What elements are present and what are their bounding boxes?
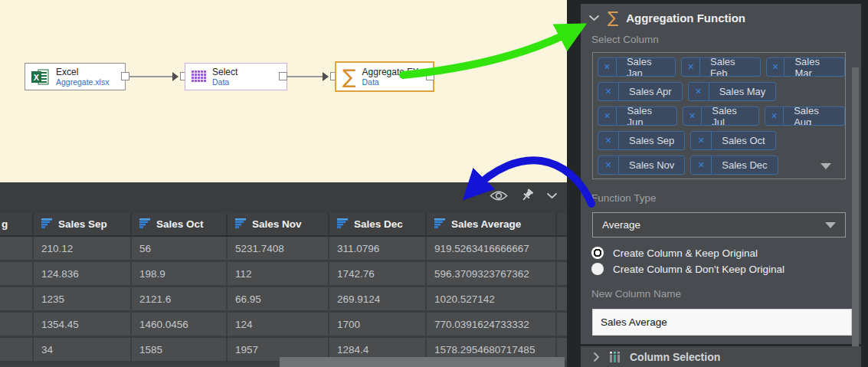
column-chip[interactable]: ✕Sales Jan — [598, 57, 676, 77]
cell-partial — [0, 287, 34, 310]
grid-body: 210.12565231.7408311.0796919.52634166666… — [0, 237, 567, 363]
column-header-label: Sales Average — [451, 218, 521, 230]
column-chip[interactable]: ✕Sales Jul — [683, 106, 759, 126]
remove-column-icon[interactable]: ✕ — [689, 83, 709, 100]
column-chip[interactable]: ✕Sales May — [688, 82, 777, 101]
table-cell: 66.95 — [228, 287, 329, 310]
pin-icon[interactable] — [520, 188, 534, 202]
radio-unselected-icon[interactable] — [591, 263, 604, 275]
row-filler — [557, 262, 567, 285]
row-filler — [557, 287, 567, 310]
table-cell: 1354.45 — [34, 313, 132, 336]
node-title: Aggregate FX — [362, 67, 419, 77]
column-header[interactable]: Sales Oct — [132, 213, 228, 235]
panel-title: Aggregation Function — [626, 11, 745, 25]
output-port[interactable] — [279, 72, 287, 80]
output-port[interactable] — [121, 72, 129, 80]
node-title: Select — [212, 67, 237, 77]
column-header-label: Sales Dec — [354, 218, 403, 230]
cell-partial — [0, 262, 34, 285]
connector-wire — [287, 76, 323, 77]
radio-option[interactable]: Create Column & Don't Keep Original — [591, 263, 784, 275]
workflow-canvas[interactable]: X Excel Aggregate.xlsx — [0, 0, 567, 182]
function-type-label: Function Type — [591, 192, 657, 204]
column-chip[interactable]: ✕Sales Nov — [598, 156, 685, 175]
column-chip[interactable]: ✕Sales Aug — [765, 106, 845, 126]
table-cell: 269.9124 — [329, 287, 427, 310]
panel-divider-strip — [567, 0, 581, 367]
radio-selected-icon[interactable] — [591, 247, 604, 259]
column-chip[interactable]: ✕Sales Oct — [690, 131, 775, 150]
column-chip[interactable]: ✕Sales Mar — [766, 57, 845, 77]
grid-toolbar-strip — [0, 182, 567, 213]
column-chip-label: Sales Feb — [700, 58, 760, 76]
panel-header[interactable]: ∑ Aggregation Function — [588, 9, 745, 26]
remove-column-icon[interactable]: ✕ — [598, 83, 619, 100]
numeric-column-icon — [139, 218, 151, 231]
remove-column-icon[interactable]: ✕ — [598, 58, 617, 76]
new-column-name-label: New Column Name — [591, 288, 681, 300]
column-chip[interactable]: ✕Sales Feb — [681, 57, 760, 77]
data-preview-grid: gSales SepSales OctSales NovSales DecSal… — [0, 213, 567, 367]
table-cell: 1020.527142 — [427, 287, 557, 310]
table-row: 12352121.666.95269.91241020.527142 — [0, 287, 567, 313]
table-cell: 311.0796 — [329, 237, 427, 260]
table-cell: 124.836 — [34, 262, 132, 285]
remove-column-icon[interactable]: ✕ — [598, 132, 619, 149]
remove-column-icon[interactable]: ✕ — [683, 107, 702, 125]
remove-column-icon[interactable]: ✕ — [691, 132, 712, 149]
table-cell: 124 — [228, 313, 329, 336]
aggregation-settings-panel: ∑ Aggregation Function Select Column ✕Sa… — [581, 0, 868, 367]
output-port[interactable] — [426, 72, 434, 80]
column-header[interactable]: Sales Average — [427, 213, 557, 235]
remove-column-icon[interactable]: ✕ — [767, 58, 785, 76]
node-aggregate-fx[interactable]: ∑ Aggregate FX Data — [335, 61, 434, 92]
function-type-value: Average — [602, 219, 825, 231]
remove-column-icon[interactable]: ✕ — [765, 107, 784, 125]
remove-column-icon[interactable]: ✕ — [682, 58, 700, 76]
horizontal-scrollbar[interactable] — [280, 357, 565, 367]
panel-vertical-scrollbar[interactable] — [852, 67, 859, 346]
column-chip-label: Sales Jan — [617, 58, 675, 76]
remove-column-icon[interactable]: ✕ — [598, 107, 617, 125]
table-cell: 1585 — [132, 338, 228, 361]
table-cell: 34 — [34, 338, 132, 361]
node-excel-input[interactable]: X Excel Aggregate.xlsx — [25, 63, 126, 90]
select-column-label: Select Column — [591, 34, 659, 45]
column-header[interactable]: Sales Nov — [228, 213, 329, 235]
selected-columns-list[interactable]: ✕Sales Jan✕Sales Feb✕Sales Mar✕Sales Apr… — [592, 52, 846, 179]
column-chip[interactable]: ✕Sales Sep — [598, 131, 685, 150]
table-row: 124.836198.91121742.76596.3709323767362 — [0, 262, 567, 287]
column-chip[interactable]: ✕Sales Jun — [598, 106, 677, 126]
section-expanded-chevron-icon[interactable] — [588, 15, 600, 21]
cell-partial — [0, 313, 34, 336]
node-title: Excel — [56, 67, 109, 77]
node-subtitle: Aggregate.xlsx — [56, 77, 109, 87]
preview-eye-icon[interactable] — [490, 190, 508, 202]
collapse-chevron-icon[interactable] — [546, 192, 558, 199]
column-header[interactable]: Sales Dec — [329, 213, 427, 235]
remove-column-icon[interactable]: ✕ — [691, 156, 712, 174]
numeric-column-icon — [434, 218, 446, 231]
remove-column-icon[interactable]: ✕ — [598, 156, 619, 174]
connector-wire — [129, 76, 172, 77]
table-cell: 1235 — [34, 287, 132, 310]
function-type-dropdown[interactable]: Average — [592, 212, 846, 238]
column-selection-icon — [609, 351, 621, 363]
new-column-name-input[interactable] — [592, 309, 852, 336]
column-selection-section-header[interactable]: Column Selection — [581, 346, 861, 367]
section-collapsed-chevron-icon[interactable] — [593, 352, 600, 362]
column-header-label: Sales Sep — [58, 218, 107, 230]
column-chip-label: Sales Apr — [619, 83, 682, 100]
table-cell: 2121.6 — [132, 287, 228, 310]
table-row: 210.12565231.7408311.0796919.52634166666… — [0, 237, 567, 262]
column-chip[interactable]: ✕Sales Dec — [690, 156, 778, 175]
column-header[interactable]: Sales Sep — [34, 213, 132, 235]
table-cell: 210.12 — [34, 237, 132, 260]
column-chip[interactable]: ✕Sales Apr — [598, 82, 683, 101]
columns-dropdown-caret-icon[interactable] — [821, 163, 831, 169]
node-select-data[interactable]: Select Data — [185, 63, 287, 90]
column-header-partial[interactable]: g — [0, 213, 34, 235]
radio-group: Create Column & Keep OriginalCreate Colu… — [591, 247, 784, 275]
radio-option[interactable]: Create Column & Keep Original — [591, 247, 784, 259]
